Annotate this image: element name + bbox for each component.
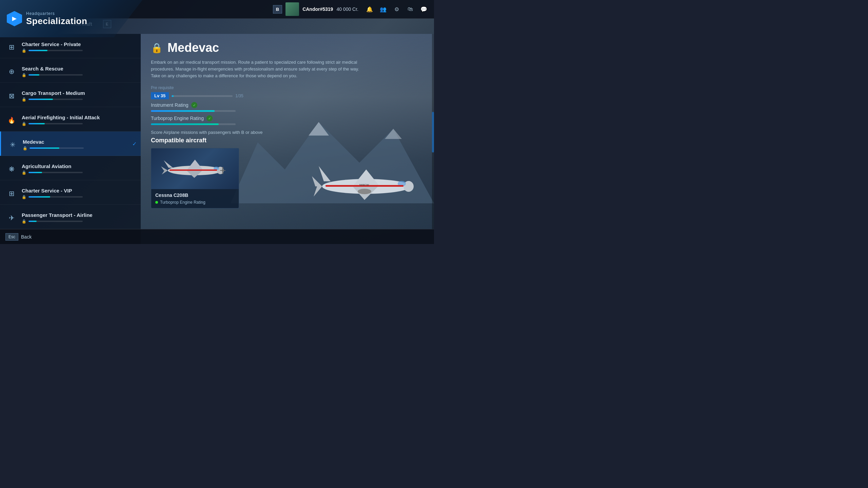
shop-icon[interactable]: 🛍 (405, 4, 415, 14)
progress-fill-5 (29, 147, 59, 149)
header-badge: B (273, 5, 282, 14)
list-item-cargo-medium[interactable]: ⊠ Cargo Transport - Medium 🔒 (0, 83, 141, 107)
aerial-firefighting-content: Aerial Firefighting - Initial Attack 🔒 (22, 115, 135, 126)
req2-bar-fill (151, 123, 219, 125)
progress-fill-4 (28, 123, 45, 124)
agricultural-bar: 🔒 (22, 170, 135, 175)
req2-name: Turboprop Engine Rating (151, 116, 204, 121)
prereq-level-row: Lv 35 1/35 (151, 92, 424, 99)
agricultural-icon: ❋ (5, 163, 18, 175)
progress-fill-7 (28, 196, 50, 198)
chat-icon[interactable]: 💬 (419, 4, 429, 14)
list-item-aerial-firefighting[interactable]: 🔥 Aerial Firefighting - Initial Attack 🔒 (0, 107, 141, 131)
header-right-area: B CAndor#5319 40 000 Cr. 🔔 👥 ⚙ 🛍 💬 (273, 2, 429, 16)
svg-marker-17 (161, 166, 168, 170)
charter-private-bar: 🔒 (22, 48, 135, 53)
charter-vip-icon: ⊞ (5, 187, 18, 200)
charter-vip-bar: 🔒 (22, 195, 135, 199)
req2-bar-bg (151, 123, 236, 125)
friends-icon[interactable]: 👥 (378, 4, 388, 14)
level-bar-bg (172, 95, 233, 97)
progress-bg-7 (28, 196, 83, 198)
detail-content: 🔒 Medevac Embark on an air medical trans… (141, 34, 434, 244)
header-title: Specialization (26, 16, 87, 26)
req1-bar-fill (151, 110, 215, 112)
search-rescue-content: Search & Rescue 🔒 (22, 66, 135, 77)
level-progress: 1/35 (235, 94, 243, 98)
aircraft-image (151, 148, 239, 189)
list-item-charter-vip[interactable]: ⊞ Charter Service - VIP 🔒 (0, 180, 141, 205)
cargo-medium-icon: ⊠ (5, 90, 18, 102)
list-item-charter-private[interactable]: ⊞ Charter Service - Private 🔒 (0, 34, 141, 58)
cessna-svg (161, 154, 229, 184)
lock-icon-2: 🔒 (22, 73, 26, 77)
aircraft-card[interactable]: Cessna C208B Turboprop Engine Rating (151, 148, 239, 208)
progress-fill-2 (28, 74, 39, 76)
req1-name: Instrument Rating (151, 102, 189, 108)
detail-title: Medevac (167, 41, 219, 55)
progress-bg (28, 50, 83, 51)
progress-fill-6 (28, 172, 42, 173)
aircraft-req: Turboprop Engine Rating (155, 200, 235, 205)
medevac-icon: ✳ (6, 139, 19, 151)
progress-fill-3 (28, 99, 53, 100)
aircraft-req-label: Turboprop Engine Rating (160, 200, 205, 205)
detail-description: Embark on an air medical transport missi… (151, 59, 361, 79)
req2-check-icon: ✓ (206, 115, 213, 121)
list-item-search-rescue[interactable]: ⊕ Search & Rescue 🔒 (0, 58, 141, 83)
prereq-section: Pre requisite Lv 35 1/35 Instrument Rati… (151, 85, 424, 125)
prereq-label: Pre requisite (151, 85, 424, 90)
req-dot-icon (155, 201, 158, 204)
username-label: CAndor#5319 (302, 6, 333, 12)
list-item-agricultural[interactable]: ❋ Agricultural Aviation 🔒 (0, 156, 141, 180)
progress-bg-2 (28, 74, 83, 76)
progress-fill (28, 50, 47, 51)
aircraft-info: Cessna C208B Turboprop Engine Rating (151, 189, 239, 208)
svg-marker-24 (164, 160, 173, 168)
progress-bg-6 (28, 172, 83, 173)
lock-icon: 🔒 (22, 48, 26, 53)
scroll-indicator[interactable] (432, 34, 434, 229)
req1-check-icon: ✓ (191, 102, 197, 108)
back-label: Back (21, 234, 32, 240)
progress-bg-3 (28, 99, 83, 100)
req1-row: Instrument Rating ✓ (151, 102, 424, 108)
lock-icon-8: 🔒 (22, 219, 26, 224)
medevac-bar: 🔒 (23, 146, 135, 150)
compat-title: Compatible aircraft (151, 137, 424, 144)
level-bar-fill (172, 95, 173, 97)
list-item-medevac[interactable]: ✳ Medevac 🔒 (0, 131, 141, 156)
svg-marker-18 (162, 170, 168, 175)
charter-private-icon: ⊞ (5, 41, 18, 53)
aerial-firefighting-bar: 🔒 (22, 122, 135, 126)
notification-icon[interactable]: 🔔 (364, 4, 375, 14)
svg-rect-26 (170, 169, 217, 171)
specialization-list: ⊞ Charter Service - Private 🔒 ⊕ Search &… (0, 34, 141, 244)
detail-lock-icon: 🔒 (151, 42, 163, 54)
lock-icon-5: 🔒 (23, 146, 27, 150)
aircraft-name: Cessna C208B (155, 192, 235, 198)
cargo-medium-bar: 🔒 (22, 97, 135, 102)
settings-icon[interactable]: ⚙ (392, 4, 402, 14)
detail-panel: N68CW 🔒 Medevac Embark on an air medical… (141, 34, 434, 244)
header-bar: ► Headquarters Specialization B CAndor#5… (0, 0, 434, 19)
cargo-medium-content: Cargo Transport - Medium 🔒 (22, 90, 135, 102)
agricultural-content: Agricultural Aviation 🔒 (22, 163, 135, 175)
credits-label: 40 000 Cr. (336, 6, 358, 12)
logo-icon: ► (7, 11, 22, 26)
progress-bg-5 (29, 147, 84, 149)
scroll-thumb (432, 112, 434, 152)
passenger-airline-icon: ✈ (5, 212, 18, 224)
detail-header: 🔒 Medevac (151, 41, 424, 55)
list-item-passenger-airline[interactable]: ✈ Passenger Transport - Airline 🔒 (0, 205, 141, 229)
lock-icon-7: 🔒 (22, 195, 26, 199)
search-rescue-bar: 🔒 (22, 73, 135, 77)
lock-icon-4: 🔒 (22, 122, 26, 126)
req2-row: Turboprop Engine Rating ✓ (151, 115, 424, 121)
progress-bg-8 (28, 221, 83, 222)
req1-bar-bg (151, 110, 236, 112)
aerial-firefighting-icon: 🔥 (5, 114, 18, 126)
level-badge: Lv 35 (151, 92, 169, 99)
medevac-content: Medevac 🔒 (23, 139, 135, 150)
search-rescue-icon: ⊕ (5, 65, 18, 78)
